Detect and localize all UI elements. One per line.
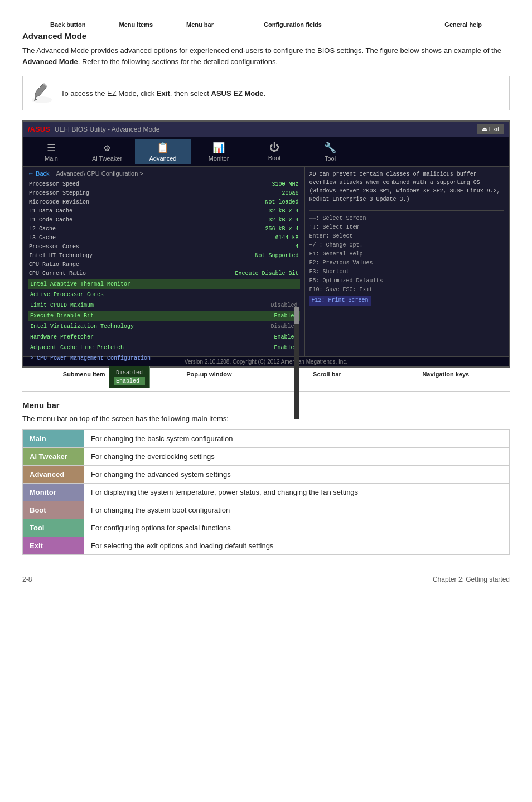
bios-virtualization-row[interactable]: Intel Virtualization Technology Disabled <box>28 322 300 331</box>
menu-bar-section-desc: The menu bar on top of the screen has th… <box>22 414 510 423</box>
page-footer: 2-8 Chapter 2: Getting started <box>22 572 510 583</box>
bios-right-panel: XD can prevent certain classes of malici… <box>305 167 509 356</box>
nav-key-f3: F3: Shortcut <box>309 268 504 277</box>
section-description: The Advanced Mode provides advanced opti… <box>22 45 510 67</box>
note-icon <box>31 82 53 104</box>
advanced-menu-label: Advanced <box>149 155 177 162</box>
nav-key-f10: F10: Save ESC: Exit <box>309 286 504 294</box>
bios-popup-enabled[interactable]: Enabled <box>114 377 145 385</box>
bios-menu-ai-tweaker[interactable]: ⚙ Ai Tweaker <box>79 139 135 164</box>
bios-menu-advanced[interactable]: 📋 Advanced <box>135 139 191 164</box>
table-row: L1 Code Cache32 kB x 4 <box>28 216 300 225</box>
menu-name-exit: Exit <box>23 537 84 555</box>
note-box: To access the EZ Mode, click Exit, then … <box>22 76 510 110</box>
menu-table-row-boot: Boot For changing the system boot config… <box>23 501 510 519</box>
table-row: Intel HT TechnologyNot Supported <box>28 252 300 260</box>
menu-name-advanced: Advanced <box>23 466 84 484</box>
bios-breadcrumb: ← Back Advanced\ CPU Configuration > <box>28 170 300 177</box>
tool-menu-icon: 🔧 <box>324 142 336 154</box>
menu-desc-tool: For configuring options for special func… <box>84 519 510 537</box>
note-text: To access the EZ Mode, click Exit, then … <box>61 89 265 98</box>
nav-key-f5: F5: Optimized Defaults <box>309 277 504 286</box>
label-scroll-bar: Scroll bar <box>313 371 341 378</box>
menu-bar-table: Main For changing the basic system confi… <box>22 429 510 555</box>
menu-table-row-ai: Ai Tweaker For changing the overclocking… <box>23 448 510 466</box>
bios-menu-tool[interactable]: 🔧 Tool <box>302 139 358 164</box>
bios-exit-button[interactable]: ⏏ Exit <box>477 124 504 134</box>
menu-table-row-exit: Exit For selecting the exit options and … <box>23 537 510 555</box>
bios-left-panel: ← Back Advanced\ CPU Configuration > Pro… <box>23 167 305 356</box>
menu-table-row-main: Main For changing the basic system confi… <box>23 430 510 448</box>
bios-popup-disabled[interactable]: Disabled <box>114 369 145 377</box>
monitor-menu-icon: 📊 <box>212 142 225 154</box>
menu-desc-ai: For changing the overclocking settings <box>84 448 510 466</box>
bios-execute-disable-row[interactable]: Execute Disable Bit Enabled <box>28 311 300 321</box>
menu-name-tool: Tool <box>23 519 84 537</box>
menu-desc-monitor: For displaying the system temperature, p… <box>84 484 510 501</box>
menu-name-boot: Boot <box>23 501 84 519</box>
menu-table-row-advanced: Advanced For changing the advanced syste… <box>23 466 510 484</box>
main-menu-icon: ☰ <box>47 142 56 154</box>
label-nav-keys: Navigation keys <box>422 371 469 378</box>
nav-key-f2: F2: Previous Values <box>309 259 504 268</box>
nav-key-change: +/-: Change Opt. <box>309 241 504 250</box>
bios-adj-cache-row[interactable]: Adjacent Cache Line Prefetch Enabled <box>28 343 300 352</box>
menu-table-row-tool: Tool For configuring options for special… <box>23 519 510 537</box>
menu-table-row-monitor: Monitor For displaying the system temper… <box>23 484 510 501</box>
nav-key-enter: Enter: Select <box>309 232 504 241</box>
menu-desc-exit: For selecting the exit options and loadi… <box>84 537 510 555</box>
label-menu-bar: Menu bar <box>186 21 214 28</box>
bios-cpu-power-mgmt-row[interactable]: > CPU Power Management Configuration <box>28 354 300 363</box>
nav-key-f1: F1: General Help <box>309 250 504 259</box>
bios-hw-prefetch-row[interactable]: Hardware Prefetcher Enabled <box>28 332 300 342</box>
table-row: L3 Cache6144 kB <box>28 234 300 243</box>
label-general-help: General help <box>444 21 482 28</box>
bios-selectable-section: Intel Adaptive Thermal Monitor Active Pr… <box>28 279 300 363</box>
bios-help-text: XD can prevent certain classes of malici… <box>309 170 504 204</box>
bios-active-processor-row[interactable]: Active Processor Cores <box>28 290 300 299</box>
footer-chapter: Chapter 2: Getting started <box>433 576 510 583</box>
ai-tweaker-menu-label: Ai Tweaker <box>92 155 122 162</box>
bios-menu-boot[interactable]: ⏻ Boot <box>246 139 302 164</box>
bios-logo: /ASUS <box>28 125 50 133</box>
menu-desc-advanced: For changing the advanced system setting… <box>84 466 510 484</box>
boot-menu-icon: ⏻ <box>269 142 279 153</box>
label-config-fields: Configuration fields <box>264 21 322 28</box>
bios-title-text: UEFI BIOS Utility - Advanced Mode <box>55 125 477 133</box>
table-row: Microcode RevisionNot loaded <box>28 198 300 207</box>
bios-thermal-monitor-row[interactable]: Intel Adaptive Thermal Monitor <box>28 279 300 289</box>
label-menu-items: Menu items <box>119 21 153 28</box>
bios-back-button[interactable]: ← Back <box>28 170 50 177</box>
menu-desc-boot: For changing the system boot configurati… <box>84 501 510 519</box>
bios-titlebar: /ASUS UEFI BIOS Utility - Advanced Mode … <box>23 122 509 137</box>
menu-name-monitor: Monitor <box>23 484 84 501</box>
nav-key-f12: F12: Print Screen <box>309 296 371 306</box>
ai-tweaker-menu-icon: ⚙ <box>104 142 110 154</box>
bios-scroll-bar[interactable] <box>294 307 299 419</box>
table-row: Processor Cores4 <box>28 243 300 252</box>
bottom-annotation-labels: Submenu item Pop-up window Scroll bar Na… <box>22 371 510 378</box>
main-menu-label: Main <box>45 155 58 162</box>
menu-name-ai: Ai Tweaker <box>23 448 84 466</box>
bios-menubar: ☰ Main ⚙ Ai Tweaker 📋 Advanced 📊 Monitor… <box>23 137 509 167</box>
table-row: L2 Cache256 kB x 4 <box>28 225 300 234</box>
advanced-menu-icon: 📋 <box>157 142 169 154</box>
footer-page-number: 2-8 <box>22 576 32 583</box>
menu-bar-section-title: Menu bar <box>22 400 510 410</box>
bios-limit-cpuid-row[interactable]: Limit CPUID Maximum Disabled <box>28 301 300 310</box>
menu-desc-main: For changing the basic system configurat… <box>84 430 510 448</box>
bios-menu-main[interactable]: ☰ Main <box>23 139 79 164</box>
nav-key-screen: →←: Select Screen <box>309 214 504 223</box>
bios-breadcrumb-path: Advanced\ CPU Configuration > <box>56 170 143 177</box>
bios-menu-monitor[interactable]: 📊 Monitor <box>191 139 246 164</box>
menu-name-main: Main <box>23 430 84 448</box>
boot-menu-label: Boot <box>268 154 281 161</box>
section-title: Advanced Mode <box>22 31 510 41</box>
bios-popup-window: Disabled Enabled <box>109 366 150 388</box>
table-row: Processor Speed3100 MHz <box>28 180 300 189</box>
tool-menu-label: Tool <box>325 155 336 162</box>
bios-navigation-keys: →←: Select Screen ↑↓: Select Item Enter:… <box>309 210 504 306</box>
nav-key-item: ↑↓: Select Item <box>309 223 504 232</box>
bios-scroll-thumb <box>294 307 299 324</box>
bios-cpu-info-table: Processor Speed3100 MHz Processor Steppi… <box>28 180 300 278</box>
